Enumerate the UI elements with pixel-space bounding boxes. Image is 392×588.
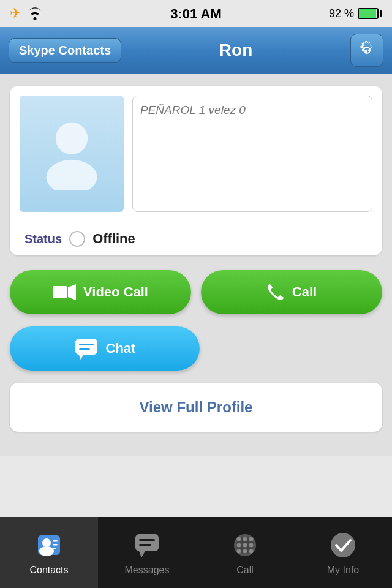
profile-card: PEÑAROL 1 velez 0 Status Offline (10, 86, 382, 255)
header: Skype Contacts Ron (0, 27, 392, 74)
status-time: 3:01 AM (170, 6, 222, 22)
messages-icon-area (131, 529, 163, 561)
svg-point-29 (331, 533, 355, 557)
svg-rect-4 (75, 339, 97, 355)
chat-button[interactable]: Chat (10, 326, 200, 371)
chat-icon (74, 337, 99, 360)
svg-point-20 (243, 543, 247, 548)
svg-point-28 (249, 549, 254, 554)
avatar-person-icon (38, 117, 105, 190)
svg-point-21 (237, 543, 241, 548)
video-call-button[interactable]: Video Call (10, 270, 191, 314)
svg-point-1 (47, 160, 97, 190)
tab-call[interactable]: Call (196, 517, 294, 588)
myinfo-icon-area (327, 529, 359, 561)
status-value: Offline (92, 231, 135, 247)
status-bar: ✈ 3:01 AM 92 % (0, 0, 392, 27)
wifi-icon (27, 7, 43, 20)
svg-rect-11 (53, 540, 58, 542)
battery-icon (358, 8, 382, 19)
svg-rect-2 (53, 286, 67, 298)
messages-icon (134, 533, 160, 557)
svg-marker-15 (139, 551, 145, 557)
svg-rect-14 (135, 534, 159, 551)
svg-point-10 (39, 546, 54, 556)
view-profile-label: View Full Profile (140, 399, 253, 416)
call-icon-area (229, 529, 261, 561)
svg-point-23 (249, 543, 254, 548)
chat-label: Chat (106, 341, 136, 356)
svg-point-22 (243, 537, 247, 541)
call-button[interactable]: Call (201, 270, 382, 314)
tab-bar: Contacts Messages (0, 517, 392, 588)
svg-point-26 (249, 537, 254, 541)
svg-rect-16 (139, 539, 155, 541)
airplane-icon: ✈ (10, 6, 21, 21)
page-title: Ron (121, 40, 350, 60)
main-content: PEÑAROL 1 velez 0 Status Offline Video C… (0, 74, 392, 456)
tab-messages[interactable]: Messages (98, 517, 196, 588)
phone-icon (266, 283, 285, 301)
svg-point-24 (243, 549, 247, 554)
contacts-tab-label: Contacts (29, 565, 68, 576)
status-message-box: PEÑAROL 1 velez 0 (132, 96, 372, 212)
settings-button[interactable] (350, 34, 383, 67)
tab-contacts[interactable]: Contacts (0, 517, 98, 588)
svg-rect-6 (79, 344, 94, 345)
status-icons-left: ✈ (10, 6, 43, 21)
contacts-icon-area (33, 529, 65, 561)
status-row: Status Offline (10, 222, 382, 255)
tab-myinfo[interactable]: My Info (294, 517, 392, 588)
battery-percent: 92 % (329, 7, 354, 20)
svg-point-25 (237, 537, 241, 541)
avatar (20, 96, 124, 212)
contacts-icon (36, 532, 62, 559)
svg-marker-3 (68, 284, 76, 300)
gear-icon (356, 40, 377, 61)
svg-rect-12 (53, 544, 58, 546)
svg-point-0 (56, 123, 88, 154)
myinfo-tab-label: My Info (327, 565, 359, 576)
messages-tab-label: Messages (125, 565, 170, 576)
status-message: PEÑAROL 1 velez 0 (140, 104, 246, 117)
status-indicator (69, 231, 85, 247)
video-camera-icon (53, 284, 76, 301)
svg-point-27 (237, 549, 241, 554)
call-tab-label: Call (236, 565, 254, 576)
svg-marker-5 (79, 355, 84, 360)
svg-rect-7 (79, 348, 90, 350)
view-full-profile-button[interactable]: View Full Profile (10, 383, 382, 432)
skype-contacts-button[interactable]: Skype Contacts (9, 38, 121, 63)
status-label: Status (24, 232, 62, 246)
svg-rect-17 (139, 544, 151, 546)
svg-rect-13 (53, 548, 56, 549)
status-right: 92 % (329, 7, 382, 20)
profile-top: PEÑAROL 1 velez 0 (10, 86, 382, 222)
video-call-label: Video Call (83, 284, 148, 300)
call-label: Call (292, 284, 317, 300)
svg-point-9 (42, 538, 51, 547)
call-tab-icon (233, 533, 257, 557)
myinfo-icon (330, 532, 356, 559)
call-buttons-row: Video Call Call (10, 270, 382, 314)
